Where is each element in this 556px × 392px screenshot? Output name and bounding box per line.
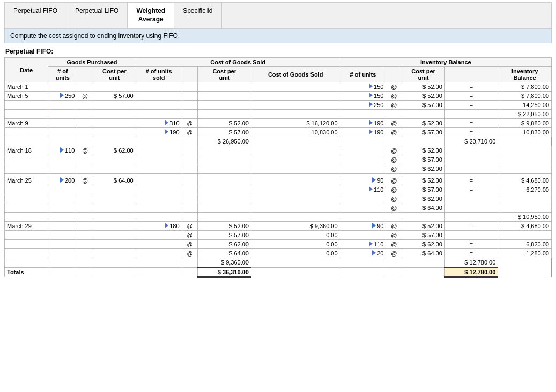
table-row: March 9310@$ 52.00$ 16,120.00190@$ 52.00… [5,119,552,128]
tab-perpetual-lifo[interactable]: Perpetual LIFO [66,3,128,28]
sub-header-inv-eq [444,67,498,82]
table-row: 110@$ 57.00=6,270.00 [5,185,552,194]
col-group-inventory-balance: Inventory Balance [340,58,551,67]
col-group-cogs: Cost of Goods Sold [136,58,340,67]
table-row: @$ 62.000.00110@$ 62.00=6,820.00 [5,240,552,249]
instruction-text: Compute the cost assigned to ending inve… [4,28,552,43]
sub-header-cgs-at [182,67,198,82]
table-row: Totals$ 36,310.00$ 12,780.00 [5,267,552,277]
table-row: March 1150@$ 52.00=$ 7,800.00 [5,82,552,92]
table-row: $ 9,360.00$ 12,780.00 [5,258,552,268]
section-title: Perpetual FIFO: [4,46,552,57]
col-header-date: Date [5,58,48,82]
sub-header-inv-at [386,67,402,82]
sub-header-cgs-total: Cost of Goods Sold [251,67,340,82]
table-row: March 25200@$ 64.0090@$ 52.00=$ 4,680.00 [5,176,552,185]
sub-header-cgs-cost: Cost perunit [198,67,251,82]
table-row: @$ 64.000.0020@$ 64.00=1,280.00 [5,249,552,258]
sub-header-gp-units: # ofunits [48,67,77,82]
sub-header-cgs-units: # of unitssold [136,67,182,82]
table-row: @$ 57.00 [5,155,552,164]
table-row: 250@$ 57.00=14,250.00 [5,101,552,110]
sub-header-inv-bal: InventoryBalance [498,67,552,82]
sub-header-gp-cost: Cost perunit [93,67,136,82]
tab-weighted-average[interactable]: WeightedAverage [128,3,174,28]
sub-header-gp-at [77,67,93,82]
sub-header-inv-units: # of units [340,67,386,82]
table-row: @$ 64.00 [5,203,552,213]
table-row: 190@$ 57.0010,830.00190@$ 57.00=10,830.0… [5,128,552,137]
col-group-goods-purchased: Goods Purchased [48,58,136,67]
table-row: March 29180@$ 52.00$ 9,360.0090@$ 52.00=… [5,222,552,231]
table-row: $ 10,950.00 [5,213,552,222]
fifo-table: Date Goods Purchased Cost of Goods Sold … [4,57,552,278]
table-row: $ 22,050.00 [5,110,552,119]
table-row: March 5250@$ 57.00150@$ 52.00=$ 7,800.00 [5,92,552,101]
sub-header-inv-cost: Cost perunit [402,67,445,82]
tab-bar: Perpetual FIFO Perpetual LIFO WeightedAv… [4,2,552,28]
table-row: @$ 62.00 [5,164,552,174]
table-row: March 18110@$ 62.00@$ 52.00 [5,146,552,155]
table-row: @$ 62.00 [5,194,552,203]
tab-perpetual-fifo[interactable]: Perpetual FIFO [5,3,66,28]
table-row: @$ 57.000.00@$ 57.00 [5,231,552,240]
table-row: $ 26,950.00$ 20,710.00 [5,137,552,146]
tab-specific-id[interactable]: Specific Id [174,3,221,28]
